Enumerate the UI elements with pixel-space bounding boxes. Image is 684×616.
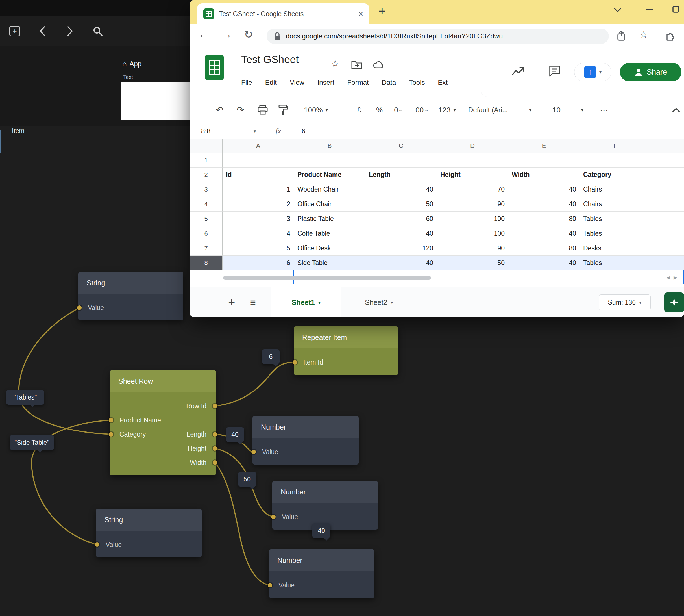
cell-D8[interactable]: 50: [437, 256, 508, 270]
cell-D6[interactable]: 100: [437, 226, 508, 241]
cell-B6[interactable]: Coffe Table: [294, 226, 365, 241]
column-header-D[interactable]: D: [437, 139, 508, 153]
column-header-C[interactable]: C: [365, 139, 437, 153]
cell-E5[interactable]: 80: [508, 212, 580, 226]
menu-tools[interactable]: Tools: [409, 79, 425, 86]
tab-close-icon[interactable]: ×: [358, 9, 363, 19]
share-page-icon[interactable]: [617, 30, 626, 41]
row-header-1[interactable]: 1: [190, 153, 223, 168]
port-height[interactable]: Height: [110, 441, 216, 456]
cell-A1[interactable]: [223, 153, 294, 168]
row-header-4[interactable]: 4: [190, 197, 223, 212]
column-header-E[interactable]: E: [508, 139, 580, 153]
browser-tab[interactable]: Test GSheet - Google Sheets ×: [197, 3, 369, 24]
port-dot[interactable]: [293, 360, 297, 365]
window-minimize-icon[interactable]: [645, 9, 654, 11]
row-header-5[interactable]: 5: [190, 212, 223, 226]
cell-D7[interactable]: 90: [437, 241, 508, 256]
cell-C7[interactable]: 120: [365, 241, 437, 256]
port-category[interactable]: Category: [119, 431, 146, 438]
select-all-corner[interactable]: [190, 139, 223, 153]
cell-A5[interactable]: 3: [223, 212, 294, 226]
cell-E1[interactable]: [508, 153, 580, 168]
paint-format-icon[interactable]: [278, 97, 288, 123]
port-number3-value[interactable]: Value: [269, 578, 374, 592]
cell-A6[interactable]: 4: [223, 226, 294, 241]
name-box[interactable]: 8:8: [201, 123, 210, 139]
new-frame-icon[interactable]: +: [9, 25, 20, 37]
node-string-1[interactable]: String Value: [78, 272, 183, 321]
node-string-2[interactable]: String Value: [96, 509, 202, 557]
text-node-label[interactable]: Text: [123, 74, 133, 80]
cell-E8[interactable]: 40: [508, 256, 580, 270]
port-product-name[interactable]: Product Name: [110, 413, 216, 427]
row-header-7[interactable]: 7: [190, 241, 223, 256]
font-size-select[interactable]: 10▾: [552, 97, 584, 123]
scroll-arrows[interactable]: ◀▶: [666, 274, 681, 281]
cell-A8[interactable]: 6: [223, 256, 294, 270]
browser-forward-icon[interactable]: →: [222, 28, 232, 40]
back-icon[interactable]: [37, 25, 48, 37]
browser-back-icon[interactable]: ←: [198, 28, 209, 40]
node-repeater-item[interactable]: Repeater Item Item Id: [294, 326, 398, 375]
add-sheet-button[interactable]: +: [228, 287, 235, 317]
cell-F1[interactable]: [580, 153, 651, 168]
number-format-select[interactable]: 123▾: [438, 97, 456, 123]
cell-C8[interactable]: 40: [365, 256, 437, 270]
cell-E7[interactable]: 80: [508, 241, 580, 256]
port-dot[interactable]: [213, 404, 217, 408]
present-button[interactable]: ↑ ▾: [574, 63, 611, 81]
port-dot[interactable]: [213, 460, 217, 465]
cell-C1[interactable]: [365, 153, 437, 168]
sheet-tab-sheet2[interactable]: Sheet2▾: [351, 287, 407, 317]
share-button[interactable]: Share: [620, 63, 681, 81]
node-number-1[interactable]: Number Value: [252, 416, 359, 465]
cell-D4[interactable]: 90: [437, 197, 508, 212]
port-string2-value[interactable]: Value: [96, 537, 202, 552]
cell-F5[interactable]: Tables: [580, 212, 651, 226]
cell-C2[interactable]: Length: [365, 168, 437, 182]
row-header-3[interactable]: 3: [190, 182, 223, 197]
menu-view[interactable]: View: [290, 79, 304, 86]
decrease-decimal-button[interactable]: .0←: [392, 97, 403, 123]
row-header-6[interactable]: 6: [190, 226, 223, 241]
cell-D1[interactable]: [437, 153, 508, 168]
cell-D5[interactable]: 100: [437, 212, 508, 226]
cell-C5[interactable]: 60: [365, 212, 437, 226]
cell-E4[interactable]: 40: [508, 197, 580, 212]
bookmark-star-icon[interactable]: ☆: [639, 29, 648, 40]
search-icon[interactable]: [92, 25, 104, 37]
port-dot[interactable]: [109, 418, 113, 422]
sheet-tab-sheet1[interactable]: Sheet1▾: [271, 287, 341, 317]
app-breadcrumb[interactable]: ⌂ App: [122, 60, 141, 68]
cell-B1[interactable]: [294, 153, 365, 168]
port-item-id[interactable]: Item Id: [294, 355, 398, 369]
horizontal-scrollbar[interactable]: [223, 276, 431, 280]
menu-file[interactable]: File: [241, 79, 252, 86]
cell-B5[interactable]: Plastic Table: [294, 212, 365, 226]
cell-A7[interactable]: 5: [223, 241, 294, 256]
cell-B2[interactable]: Product Name: [294, 168, 365, 182]
cell-F7[interactable]: Desks: [580, 241, 651, 256]
all-sheets-icon[interactable]: ≡: [250, 287, 256, 317]
cell-F4[interactable]: Chairs: [580, 197, 651, 212]
cell-A3[interactable]: 1: [223, 182, 294, 197]
cell-B3[interactable]: Wooden Chair: [294, 182, 365, 197]
sum-indicator[interactable]: Sum: 136▾: [599, 294, 651, 310]
port-dot[interactable]: [268, 583, 272, 588]
port-string1-value[interactable]: Value: [78, 301, 183, 315]
star-document-icon[interactable]: ☆: [331, 58, 339, 69]
zoom-select[interactable]: 100%▾: [304, 97, 328, 123]
cell-B4[interactable]: Office Chair: [294, 197, 365, 212]
move-folder-icon[interactable]: [351, 60, 362, 69]
collapse-toolbar-icon[interactable]: [671, 97, 681, 123]
forward-icon[interactable]: [64, 25, 76, 37]
name-box-caret[interactable]: ▾: [254, 123, 256, 139]
menu-ext[interactable]: Ext: [438, 79, 448, 86]
cell-F8[interactable]: Tables: [580, 256, 651, 270]
font-select[interactable]: Default (Ari...▾: [468, 97, 531, 123]
cell-B7[interactable]: Office Desk: [294, 241, 365, 256]
explore-button[interactable]: [664, 292, 684, 312]
menu-edit[interactable]: Edit: [265, 79, 277, 86]
menu-insert[interactable]: Insert: [317, 79, 334, 86]
